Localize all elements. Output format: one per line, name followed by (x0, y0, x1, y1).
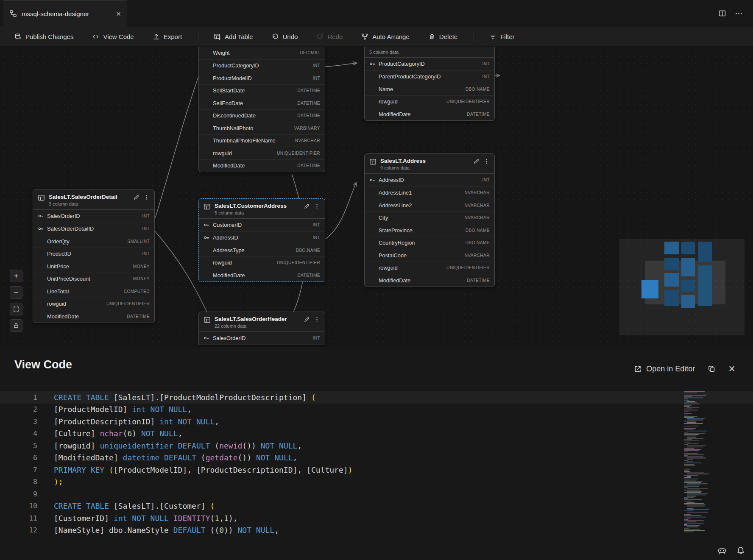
split-editor-icon[interactable] (718, 9, 726, 17)
code-minimap[interactable] (683, 391, 712, 535)
column-row[interactable]: PostalCodeNVARCHAR (365, 249, 494, 262)
column-name: ProductModelID (213, 75, 252, 81)
table-menu-icon[interactable] (314, 203, 320, 209)
close-panel-icon[interactable]: × (728, 363, 735, 375)
column-row[interactable]: SellStartDateDATETIME (199, 84, 325, 97)
column-row[interactable]: WeightDECIMAL (199, 47, 325, 59)
edit-table-icon[interactable] (304, 203, 310, 209)
zoom-fit-button[interactable] (10, 303, 22, 315)
column-row[interactable]: rowguidUNIQUEIDENTIFIER (199, 147, 325, 159)
table-subtitle: 22 column data (215, 323, 300, 329)
toolbar-view-code-button[interactable]: View Code (88, 31, 138, 43)
column-row[interactable]: CityNVARCHAR (365, 212, 494, 224)
column-name: DiscontinuedDate (213, 112, 256, 119)
toolbar-delete-button[interactable]: Delete (424, 31, 462, 43)
toolbar-auto-arrange-button[interactable]: Auto Arrange (357, 31, 414, 43)
table-card-sales-order-header[interactable]: SalesLT.SalesOrderHeader22 column dataSa… (198, 312, 325, 345)
column-type: INT (142, 226, 150, 231)
key-placeholder (38, 301, 44, 307)
column-row[interactable]: rowguidUNIQUEIDENTIFIER (365, 262, 494, 274)
table-subtitle: 9 column data (380, 165, 469, 170)
column-row[interactable]: ProductCategoryIDINT (365, 58, 494, 70)
column-row[interactable]: UnitPriceMONEY (33, 260, 154, 273)
key-placeholder (369, 189, 376, 196)
toolbar-publish-button[interactable]: Publish Changes (10, 31, 78, 43)
table-menu-icon[interactable] (314, 316, 320, 323)
column-row[interactable]: NameDBO.NAME (365, 83, 494, 95)
column-row[interactable]: AddressLine2NVARCHAR (365, 199, 494, 212)
table-card-sales-order-detail[interactable]: SalesLT.SalesOrderDetail9 column dataSal… (33, 189, 155, 323)
column-row[interactable]: rowguidUNIQUEIDENTIFIER (365, 95, 494, 108)
column-row[interactable]: ProductCategoryIDINT (199, 59, 325, 72)
schema-canvas[interactable]: + − WeightDECIMALProductCategoryIDINTPro… (0, 47, 753, 347)
table-card-product-category[interactable]: 5 column dataProductCategoryIDINTParentP… (364, 47, 495, 121)
column-row[interactable]: SellEndDateDATETIME (199, 97, 325, 109)
column-row[interactable]: ThumbnailPhotoFileNameNVARCHAR (199, 134, 325, 147)
column-type: DECIMAL (300, 50, 320, 55)
zoom-in-button[interactable]: + (10, 270, 22, 282)
table-card-customer-address[interactable]: SalesLT.CustomerAddress5 column dataCust… (198, 198, 325, 282)
key-placeholder (204, 50, 210, 56)
edit-table-icon[interactable] (473, 158, 480, 164)
edit-table-icon[interactable] (133, 194, 139, 201)
column-row[interactable]: LineTotalCOMPUTED (33, 285, 154, 298)
more-actions-icon[interactable] (735, 9, 743, 17)
editor-tab[interactable]: mssql-schema-designer × (3, 0, 127, 27)
column-row[interactable]: AddressLine1NVARCHAR (365, 187, 494, 199)
panel-title: View Code (14, 358, 72, 371)
tab-close-icon[interactable]: × (116, 10, 121, 18)
column-row[interactable]: ProductIDINT (33, 248, 154, 260)
column-row[interactable]: ThumbNailPhotoVARBINARY (199, 122, 325, 134)
column-type: UNIQUEIDENTIFIER (446, 265, 490, 270)
canvas-minimap[interactable] (619, 239, 745, 335)
toolbar-redo-button[interactable]: Redo (312, 31, 347, 43)
column-row[interactable]: AddressIDINT (365, 174, 494, 187)
bell-icon[interactable] (736, 546, 745, 555)
line-number: 8 (0, 478, 37, 486)
column-row[interactable]: ModifiedDateDATETIME (199, 159, 325, 172)
code-line: 11[CustomerID] int NOT NULL IDENTITY(1,1… (0, 512, 753, 524)
table-menu-icon[interactable] (483, 158, 490, 164)
column-row[interactable]: ModifiedDateDATETIME (199, 269, 325, 281)
table-title: SalesLT.Address (380, 158, 469, 164)
column-row[interactable]: rowguidUNIQUEIDENTIFIER (199, 256, 325, 269)
key-placeholder (38, 263, 44, 270)
column-row[interactable]: SalesOrderIDINT (33, 210, 154, 223)
copilot-icon[interactable] (717, 546, 727, 555)
column-row[interactable]: ModifiedDateDATETIME (365, 108, 494, 120)
column-row[interactable]: CountryRegionDBO.NAME (365, 237, 494, 249)
column-type: DBO.NAME (466, 228, 490, 233)
column-row[interactable]: OrderQtySMALLINT (33, 235, 154, 248)
zoom-out-button[interactable]: − (10, 286, 22, 299)
column-type: DATETIME (297, 163, 320, 168)
copy-icon[interactable] (708, 365, 716, 373)
sql-code-viewer[interactable]: 1CREATE TABLE [SalesLT].[ProductModelPro… (0, 391, 753, 536)
column-row[interactable]: ModifiedDateDATETIME (33, 310, 154, 323)
lock-canvas-button[interactable] (10, 319, 22, 332)
column-name: ModifiedDate (47, 313, 79, 320)
column-row[interactable]: CustomerIDINT (199, 219, 325, 231)
table-menu-icon[interactable] (143, 194, 150, 201)
table-card-address[interactable]: SalesLT.Address9 column dataAddressIDINT… (364, 153, 495, 287)
column-name: SellEndDate (213, 100, 243, 106)
column-row[interactable]: ProductModelIDINT (199, 72, 325, 84)
toolbar-filter-button[interactable]: Filter (485, 31, 519, 43)
toolbar-add-table-button[interactable]: Add Table (209, 31, 257, 43)
toolbar-undo-button[interactable]: Undo (268, 31, 302, 43)
column-row[interactable]: AddressTypeDBO.NAME (199, 244, 325, 256)
column-row[interactable]: SalesOrderIDINT (199, 332, 325, 345)
table-card-product[interactable]: WeightDECIMALProductCategoryIDINTProduct… (198, 47, 325, 172)
open-in-editor-button[interactable]: Open in Editor (634, 365, 695, 373)
toolbar-export-button[interactable]: Export (148, 31, 186, 43)
column-row[interactable]: rowguidUNIQUEIDENTIFIER (33, 298, 154, 310)
column-row[interactable]: ModifiedDateDATETIME (365, 274, 494, 287)
column-row[interactable]: ParentProductCategoryIDINT (365, 70, 494, 83)
column-row[interactable]: UnitPriceDiscountMONEY (33, 273, 154, 285)
column-row[interactable]: SalesOrderDetailIDINT (33, 223, 154, 235)
column-row[interactable]: StateProvinceDBO.NAME (365, 224, 494, 237)
edit-table-icon[interactable] (304, 316, 310, 323)
column-name: AddressLine2 (379, 202, 412, 209)
column-type: NVARCHAR (465, 203, 490, 208)
column-row[interactable]: DiscontinuedDateDATETIME (199, 109, 325, 122)
column-row[interactable]: AddressIDINT (199, 231, 325, 244)
